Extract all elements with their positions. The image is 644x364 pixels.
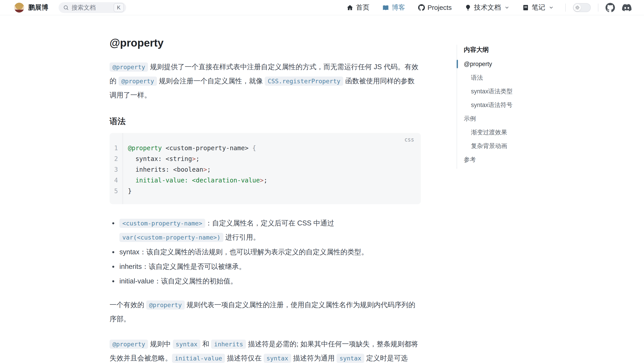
nav-item-notes[interactable]: 笔记 bbox=[522, 3, 554, 12]
code-language-badge: css bbox=[404, 136, 414, 143]
code-text: inherits: <boolean>; bbox=[122, 164, 211, 175]
search-icon bbox=[63, 5, 69, 11]
nav-label: Projects bbox=[428, 4, 452, 12]
toc-item[interactable]: 渐变过渡效果 bbox=[464, 128, 553, 137]
code-line: 4 initial-value: <declaration-value>; bbox=[110, 175, 421, 186]
nav-label: 博客 bbox=[392, 3, 405, 12]
line-number: 3 bbox=[110, 164, 122, 175]
open-book-icon bbox=[382, 4, 389, 11]
line-number: 5 bbox=[110, 186, 122, 197]
doc-article: @property @property 规则提供了一个直接在样式表中注册自定义属… bbox=[110, 15, 421, 364]
code-line: 3 inherits: <boolean>; bbox=[110, 164, 421, 175]
line-number: 1 bbox=[110, 143, 122, 153]
github-icon bbox=[606, 3, 615, 12]
inline-code: syntax bbox=[173, 340, 200, 349]
inline-code: @property bbox=[110, 62, 148, 72]
section-title-syntax: 语法 bbox=[110, 116, 421, 126]
search-box[interactable]: 搜索文档 K bbox=[58, 2, 126, 13]
list-item: syntax：该自定义属性的语法规则，也可以理解为表示定义的自定义属性的类型。 bbox=[110, 245, 421, 259]
toc-title: 内容大纲 bbox=[464, 45, 553, 55]
code-line: 2 syntax: <string>; bbox=[110, 153, 421, 164]
intro-paragraph: @property 规则提供了一个直接在样式表中注册自定义属性的方式，而无需运行… bbox=[110, 60, 421, 102]
toc-item[interactable]: syntax语法类型 bbox=[464, 87, 553, 96]
inline-code: inherits bbox=[211, 340, 246, 349]
github-link[interactable] bbox=[606, 3, 615, 12]
search-placeholder: 搜索文档 bbox=[72, 4, 96, 12]
nav-item-tech-docs[interactable]: 技术文档 bbox=[465, 3, 510, 12]
journal-icon bbox=[522, 4, 529, 11]
nav-item-projects[interactable]: Projects bbox=[418, 4, 452, 12]
code-block: css 1@property <custom-property-name> {2… bbox=[110, 133, 421, 204]
line-number-divider bbox=[122, 133, 123, 204]
brand: 鹏展博 bbox=[14, 3, 48, 13]
toc-item[interactable]: 复杂背景动画 bbox=[464, 141, 553, 150]
inline-code: CSS.registerProperty bbox=[265, 77, 343, 86]
theme-toggle[interactable] bbox=[573, 3, 591, 12]
toc-item[interactable]: 语法 bbox=[464, 73, 553, 82]
code-lines: 1@property <custom-property-name> {2 syn… bbox=[110, 143, 421, 197]
inline-code: syntax bbox=[336, 354, 364, 363]
line-number: 2 bbox=[110, 153, 122, 164]
chevron-down-icon bbox=[549, 5, 554, 10]
inline-code: @property bbox=[146, 300, 185, 310]
inline-code: <custom-property-name> bbox=[120, 219, 205, 228]
inline-code: var(<custom-property-name>) bbox=[120, 233, 224, 242]
code-text: @property <custom-property-name> { bbox=[122, 143, 256, 153]
header-actions bbox=[565, 3, 632, 12]
nav-label: 技术文档 bbox=[474, 3, 501, 12]
search-shortcut-key: K bbox=[114, 3, 124, 12]
inline-code: syntax bbox=[264, 354, 291, 363]
toc-item[interactable]: 示例 bbox=[464, 114, 553, 123]
code-text: syntax: <string>; bbox=[122, 153, 200, 164]
code-text: } bbox=[122, 186, 132, 197]
chevron-down-icon bbox=[504, 5, 510, 10]
inline-code: @property bbox=[110, 340, 148, 349]
requirements-paragraph: @property 规则中 syntax 和 inherits 描述符是必需的;… bbox=[110, 337, 421, 364]
inline-code: @property bbox=[118, 77, 157, 86]
toc-item-active[interactable]: @property bbox=[464, 60, 553, 69]
descriptor-list: <custom-property-name>：自定义属性名，定义后可在 CSS … bbox=[110, 216, 421, 288]
line-number: 4 bbox=[110, 175, 122, 186]
nav-label: 首页 bbox=[356, 3, 370, 12]
primary-nav: 首页 博客 Projects 技术文档 笔记 bbox=[346, 3, 554, 12]
code-line: 1@property <custom-property-name> { bbox=[110, 143, 421, 153]
home-icon bbox=[346, 4, 353, 11]
lightbulb-icon bbox=[465, 4, 471, 11]
site-title[interactable]: 鹏展博 bbox=[28, 3, 48, 12]
sun-icon bbox=[575, 5, 580, 10]
nav-item-blog[interactable]: 博客 bbox=[382, 3, 405, 12]
toc-item[interactable]: 参考 bbox=[464, 155, 553, 164]
nav-item-home[interactable]: 首页 bbox=[346, 3, 370, 12]
toc-item[interactable]: syntax语法符号 bbox=[464, 101, 553, 109]
code-text: initial-value: <declaration-value>; bbox=[122, 175, 268, 186]
github-octocat-icon bbox=[418, 4, 425, 11]
site-avatar[interactable] bbox=[14, 3, 24, 13]
inline-code: initial-value bbox=[172, 354, 225, 363]
list-item: inherits：该自定义属性是否可以被继承。 bbox=[110, 260, 421, 274]
discord-icon bbox=[622, 3, 632, 12]
nav-label: 笔记 bbox=[532, 3, 545, 12]
discord-link[interactable] bbox=[622, 3, 632, 12]
theme-toggle-knob bbox=[574, 4, 581, 11]
top-nav: 鹏展博 搜索文档 K 首页 博客 Projects 技术文档 笔记 bbox=[0, 0, 644, 15]
page-title: @property bbox=[110, 37, 421, 49]
divider bbox=[565, 4, 566, 12]
table-of-contents: 内容大纲 @property语法syntax语法类型syntax语法符号示例渐变… bbox=[456, 45, 553, 169]
code-line: 5} bbox=[110, 186, 421, 197]
list-item: <custom-property-name>：自定义属性名，定义后可在 CSS … bbox=[110, 216, 421, 244]
divider bbox=[598, 4, 598, 12]
toc-list: @property语法syntax语法类型syntax语法符号示例渐变过渡效果复… bbox=[464, 60, 553, 164]
registration-paragraph: 一个有效的 @property 规则代表一项自定义属性的注册，使用自定义属性名作… bbox=[110, 298, 421, 326]
list-item: initial-value：该自定义属性的初始值。 bbox=[110, 274, 421, 288]
